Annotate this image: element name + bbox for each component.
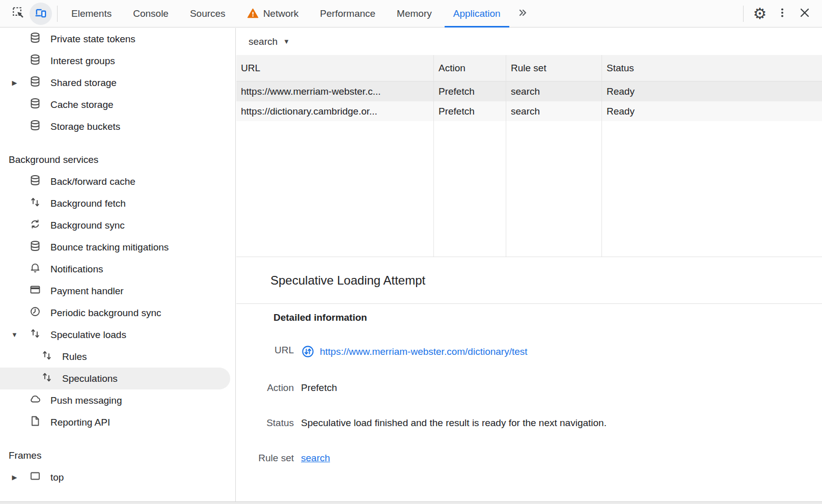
swap-vertical-icon <box>29 196 41 211</box>
inspect-element-button[interactable] <box>7 3 30 25</box>
database-icon <box>29 53 41 68</box>
sidebar-item-periodic-background-sync[interactable]: Periodic background sync <box>0 302 235 324</box>
table-row[interactable]: https://www.merriam-webster.c... Prefetc… <box>236 81 822 101</box>
cell-status: Ready <box>602 81 822 101</box>
sidebar-item-reporting-api[interactable]: Reporting API <box>0 411 235 433</box>
database-icon <box>29 240 41 255</box>
sidebar-item-background-fetch[interactable]: Background fetch <box>0 192 235 214</box>
table-empty-area <box>236 121 822 257</box>
tab-memory[interactable]: Memory <box>386 0 443 27</box>
settings-button[interactable]: ⚙ <box>749 3 771 25</box>
sidebar-item-private-state-tokens[interactable]: Private state tokens <box>0 28 235 50</box>
swap-vertical-icon <box>41 349 53 364</box>
cell-url: https://www.merriam-webster.c... <box>236 81 434 101</box>
column-header-status[interactable]: Status <box>602 55 822 81</box>
table-header-row: URL Action Rule set Status <box>236 55 822 81</box>
column-header-rule-set[interactable]: Rule set <box>506 55 602 81</box>
sidebar-item-interest-groups[interactable]: Interest groups <box>0 50 235 72</box>
table-row[interactable]: https://dictionary.cambridge.or... Prefe… <box>236 101 822 121</box>
warning-triangle-icon <box>247 8 259 19</box>
expander-expanded-icon[interactable]: ▼ <box>0 331 29 339</box>
detailed-information-heading: Detailed information <box>273 312 822 323</box>
database-icon <box>29 119 41 134</box>
rule-set-link[interactable]: search <box>301 453 330 464</box>
swap-vertical-icon <box>41 371 53 386</box>
chevron-double-right-icon <box>516 7 529 21</box>
rule-set-filter-dropdown[interactable]: search ▼ <box>249 36 290 47</box>
tab-console[interactable]: Console <box>122 0 179 27</box>
detail-row-action: Action Prefetch <box>236 382 822 394</box>
bottom-edge-strip <box>0 501 822 504</box>
frame-icon <box>29 470 41 485</box>
database-icon <box>29 97 41 112</box>
detail-action-value: Prefetch <box>301 382 337 394</box>
preview-title: Speculative Loading Attempt <box>236 257 822 304</box>
detail-label: Action <box>236 382 294 394</box>
sync-icon <box>29 218 41 233</box>
dropdown-caret-icon: ▼ <box>283 38 290 45</box>
sidebar-item-notifications[interactable]: Notifications <box>0 258 235 280</box>
clock-icon <box>29 305 41 320</box>
panel-tabs: Elements Console Sources Network Perform… <box>61 0 534 27</box>
cell-action: Prefetch <box>434 101 506 121</box>
detail-label: Rule set <box>236 453 294 464</box>
speculations-filter-bar: search ▼ <box>236 28 822 55</box>
sidebar-item-speculative-loads[interactable]: ▼ Speculative loads <box>0 324 235 346</box>
detail-row-status: Status Speculative load finished and the… <box>236 417 822 429</box>
column-header-action[interactable]: Action <box>434 55 506 81</box>
toolbar-divider <box>57 6 58 22</box>
sidebar-item-push-messaging[interactable]: Push messaging <box>0 389 235 411</box>
database-icon <box>29 174 41 189</box>
detail-label: Status <box>236 417 294 429</box>
toolbar-divider <box>743 6 744 22</box>
tab-application[interactable]: Application <box>443 0 511 27</box>
tab-elements[interactable]: Elements <box>61 0 122 27</box>
more-tabs-button[interactable] <box>511 0 534 27</box>
cell-rule-set: search <box>506 101 602 121</box>
sidebar-item-background-sync[interactable]: Background sync <box>0 214 235 236</box>
cell-url: https://dictionary.cambridge.or... <box>236 101 434 121</box>
close-devtools-button[interactable] <box>793 3 816 25</box>
menu-button[interactable] <box>771 3 793 25</box>
speculations-table: URL Action Rule set Status https://www.m… <box>236 55 822 257</box>
sidebar-item-storage-buckets[interactable]: Storage buckets <box>0 116 235 137</box>
sidebar-item-speculations[interactable]: Speculations <box>0 368 230 389</box>
expander-collapsed-icon[interactable]: ▶ <box>0 79 29 87</box>
detail-row-url: URL https://www.merriam-webster.com/dict… <box>236 345 822 358</box>
tab-performance[interactable]: Performance <box>309 0 386 27</box>
detail-label: URL <box>236 345 294 356</box>
device-toolbar-icon <box>34 6 47 21</box>
sidebar-item-top-frame[interactable]: ▶ top <box>0 466 235 488</box>
inspect-cursor-icon <box>12 6 25 21</box>
cell-status: Ready <box>602 101 822 121</box>
database-icon <box>29 75 41 90</box>
detailed-information-section: Detailed information URL https://www.mer… <box>236 304 822 464</box>
cell-action: Prefetch <box>434 81 506 101</box>
cell-rule-set: search <box>506 81 602 101</box>
toggle-device-toolbar-button[interactable] <box>30 3 52 25</box>
expander-collapsed-icon[interactable]: ▶ <box>0 473 29 481</box>
sidebar-item-shared-storage[interactable]: ▶ Shared storage <box>0 72 235 94</box>
attempt-url-link[interactable]: https://www.merriam-webster.com/dictiona… <box>320 346 528 357</box>
three-dot-menu-icon <box>777 7 788 20</box>
tab-network[interactable]: Network <box>236 0 310 27</box>
sidebar-item-cache-storage[interactable]: Cache storage <box>0 94 235 116</box>
gear-icon: ⚙ <box>753 6 767 21</box>
devtools-toolbar: Elements Console Sources Network Perform… <box>0 0 822 27</box>
sidebar-item-payment-handler[interactable]: Payment handler <box>0 280 235 302</box>
column-header-url[interactable]: URL <box>236 55 434 81</box>
speculations-panel: search ▼ URL Action Rule set Status http… <box>236 28 822 501</box>
credit-card-icon <box>29 284 41 298</box>
detail-row-rule-set: Rule set search <box>236 453 822 464</box>
bell-icon <box>29 262 41 276</box>
sidebar-item-bounce-tracking-mitigations[interactable]: Bounce tracking mitigations <box>0 236 235 258</box>
detail-status-value: Speculative load finished and the result… <box>301 417 607 429</box>
cloud-icon <box>29 393 41 408</box>
swap-vertical-icon <box>29 327 41 342</box>
file-icon <box>29 415 41 430</box>
frames-section-header: Frames <box>0 444 235 466</box>
tab-sources[interactable]: Sources <box>179 0 236 27</box>
sidebar-item-rules[interactable]: Rules <box>0 346 235 368</box>
sidebar-item-back-forward-cache[interactable]: Back/forward cache <box>0 171 235 192</box>
application-sidebar: Private state tokens Interest groups ▶ S… <box>0 28 236 501</box>
